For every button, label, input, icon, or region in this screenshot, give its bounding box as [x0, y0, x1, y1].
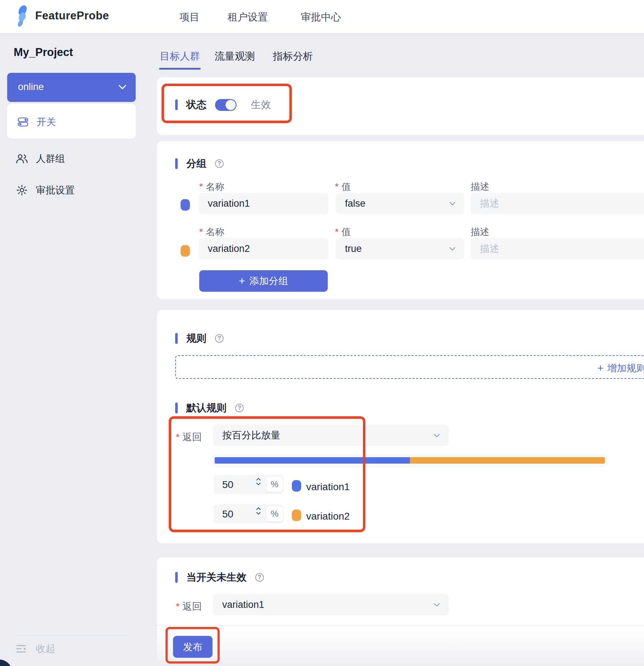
featureprobe-logo-icon: [14, 5, 32, 28]
publish-button[interactable]: 发布: [173, 636, 213, 658]
help-icon[interactable]: ?: [235, 404, 244, 412]
value-field-label: *值: [335, 226, 351, 238]
percent-suffix: %: [266, 506, 283, 521]
return-field-label: *返回: [176, 600, 202, 613]
percent-stepper[interactable]: [256, 478, 261, 486]
people-icon: [16, 153, 28, 165]
toggles-icon: [17, 116, 29, 128]
plus-icon: +: [597, 362, 604, 374]
status-toggle[interactable]: [215, 99, 237, 111]
name-field-label: *名称: [199, 180, 224, 193]
environment-select[interactable]: online: [7, 73, 136, 102]
variation1-color-dot: [292, 480, 301, 492]
rules-dropzone: [175, 355, 644, 379]
variations-section-title: 分组: [186, 157, 206, 170]
chevron-up-icon: [256, 507, 261, 510]
collapse-label: 收起: [36, 642, 55, 655]
collapse-sidebar-button[interactable]: 收起: [16, 642, 55, 655]
percent-suffix: %: [266, 477, 283, 492]
tab-traffic[interactable]: 流量观测: [215, 50, 255, 63]
project-title: My_Project: [14, 46, 73, 59]
variation1-color-dot: [181, 199, 190, 211]
environment-select-value: online: [18, 81, 44, 93]
variation2-color-dot: [181, 245, 190, 257]
help-icon[interactable]: ?: [215, 159, 224, 168]
status-section-title: 状态: [186, 98, 206, 112]
name-field-label: *名称: [199, 226, 224, 238]
rollout-segment-variation1: [215, 457, 410, 464]
section-marker: [175, 403, 178, 413]
footer-bar: 发布: [157, 626, 644, 663]
section-marker: [175, 572, 178, 583]
variation1-description-input[interactable]: [471, 193, 644, 214]
top-navbar: FeatureProbe 项目 租户设置 审批中心: [0, 0, 644, 33]
rollout-segment-variation2: [410, 457, 605, 464]
description-field-label: 描述: [471, 226, 489, 238]
help-icon[interactable]: ?: [215, 334, 224, 343]
default-rule-section-title: 默认规则: [186, 401, 227, 415]
tab-targeting[interactable]: 目标人群: [160, 50, 200, 63]
rollout-bar: [213, 455, 607, 466]
rules-section-title: 规则: [186, 332, 206, 345]
nav-item-approval-center[interactable]: 审批中心: [301, 10, 341, 24]
return-field-label: *返回: [176, 431, 202, 444]
section-marker: [175, 333, 178, 344]
chevron-down-icon: [449, 202, 456, 206]
corner-widget[interactable]: [0, 660, 12, 666]
add-rule-button[interactable]: + 增加规则: [597, 362, 644, 375]
add-variation-button[interactable]: + 添加分组: [199, 270, 328, 292]
plus-icon: +: [239, 275, 245, 287]
chevron-down-icon: [449, 247, 456, 251]
nav-item-tenant-settings[interactable]: 租户设置: [228, 10, 268, 24]
sidebar-item-label: 开关: [37, 116, 56, 128]
sidebar-item-toggles[interactable]: 开关: [17, 116, 56, 128]
variation2-value-select[interactable]: true: [336, 238, 464, 259]
brand-name: FeatureProbe: [35, 9, 109, 22]
section-marker: [175, 158, 178, 169]
variation1-value-select[interactable]: false: [336, 193, 464, 214]
variation2-percent-input[interactable]: 50 %: [214, 504, 284, 524]
chevron-down-icon: [256, 512, 261, 515]
section-marker: [175, 99, 178, 110]
disabled-rule-card: 当开关未生效 ? *返回 variation1 发布: [157, 557, 644, 663]
variation2-description-input[interactable]: [471, 238, 644, 259]
gear-icon: [16, 184, 28, 196]
status-state-label: 生效: [251, 98, 271, 112]
toggle-knob: [225, 100, 236, 110]
sidebar-item-segments[interactable]: 人群组: [16, 152, 65, 165]
active-tab-underline: [159, 68, 201, 70]
collapse-icon: [16, 644, 27, 653]
status-card: 状态 生效: [157, 77, 644, 135]
chevron-down-icon: [434, 433, 440, 437]
variation2-color-dot: [292, 510, 301, 521]
variation2-name-input[interactable]: [199, 238, 328, 259]
variations-card: 分组 ? *名称 *值 描述 false *名称 *值 描述 true + 添加…: [157, 141, 644, 299]
sidebar-item-label: 审批设置: [36, 184, 75, 197]
help-icon[interactable]: ?: [255, 573, 264, 582]
rules-card: 规则 ? + 增加规则 默认规则 ? *返回 按百分比放量 50 % varia…: [157, 310, 644, 543]
variation1-percent-input[interactable]: 50 %: [214, 475, 284, 494]
tab-metrics[interactable]: 指标分析: [273, 50, 313, 63]
chevron-down-icon: [256, 482, 261, 486]
variation2-label: variation2: [306, 511, 350, 522]
disabled-serve-select[interactable]: variation1: [213, 594, 449, 615]
description-field-label: 描述: [471, 180, 489, 193]
chevron-down-icon: [434, 603, 440, 607]
chevron-down-icon: [118, 85, 126, 90]
sidebar-divider: [14, 635, 129, 635]
sidebar-item-approval-settings[interactable]: 审批设置: [16, 184, 75, 197]
percent-stepper[interactable]: [256, 507, 261, 515]
nav-item-projects[interactable]: 项目: [179, 10, 200, 24]
value-field-label: *值: [335, 180, 351, 193]
disabled-section-title: 当开关未生效: [186, 571, 247, 584]
default-serve-select[interactable]: 按百分比放量: [213, 425, 449, 446]
variation1-name-input[interactable]: [199, 193, 328, 214]
variation1-label: variation1: [306, 481, 350, 493]
sidebar-item-label: 人群组: [36, 152, 65, 165]
chevron-up-icon: [256, 478, 261, 481]
